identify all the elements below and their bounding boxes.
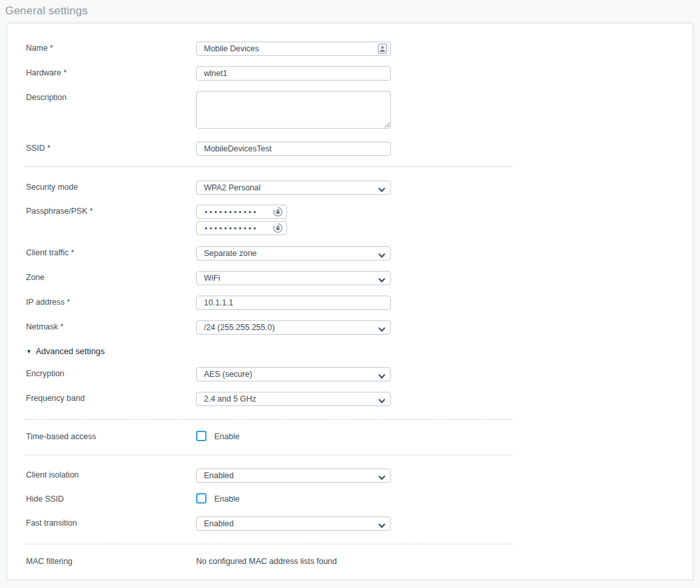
password-lock-toggle-icon[interactable] xyxy=(273,223,283,233)
hardware-input[interactable] xyxy=(196,66,391,81)
client-isolation-label: Client isolation xyxy=(26,470,79,480)
hide-ssid-checkbox[interactable] xyxy=(196,493,206,504)
chevron-down-icon xyxy=(378,371,386,379)
hide-ssid-label: Hide SSID xyxy=(26,494,64,504)
client-isolation-select[interactable]: Enabled xyxy=(196,468,391,483)
encryption-select[interactable]: AES (secure) xyxy=(196,367,391,381)
name-input-wrap xyxy=(196,42,391,56)
password-lock-toggle-icon[interactable] xyxy=(273,207,283,217)
chevron-down-icon xyxy=(378,520,386,528)
client-traffic-select[interactable]: Separate zone xyxy=(196,246,391,261)
ssid-label: SSID * xyxy=(26,144,51,153)
chevron-down-icon xyxy=(378,185,386,192)
section-separator xyxy=(25,544,512,544)
fast-transition-selected-value: Enabled xyxy=(204,519,234,528)
name-label: Name * xyxy=(26,44,53,53)
section-separator xyxy=(25,166,512,167)
hardware-label: Hardware * xyxy=(26,68,67,78)
security-mode-label: Security mode xyxy=(26,183,78,192)
name-input[interactable] xyxy=(196,42,391,56)
page-title: General settings xyxy=(5,5,88,18)
client-isolation-selected-value: Enabled xyxy=(204,471,234,480)
netmask-select[interactable]: /24 (255.255.255.0) xyxy=(196,320,391,335)
frequency-band-select[interactable]: 2.4 and 5 GHz xyxy=(196,392,391,406)
fast-transition-label: Fast transition xyxy=(26,518,77,528)
frequency-band-selected-value: 2.4 and 5 GHz xyxy=(204,394,256,403)
ip-address-input[interactable] xyxy=(196,296,391,310)
zone-label: Zone xyxy=(26,273,45,283)
collapse-triangle-icon: ▼ xyxy=(26,348,32,355)
description-label: Description xyxy=(26,93,67,103)
encryption-selected-value: AES (secure) xyxy=(204,370,252,379)
mac-filtering-label: MAC filtering xyxy=(26,557,73,567)
ip-address-label: IP address * xyxy=(26,298,70,307)
time-based-access-label: Time-based access xyxy=(26,432,96,442)
mac-filtering-status-text: No configured MAC address lists found xyxy=(196,557,337,566)
section-separator xyxy=(25,419,512,420)
passphrase-input-wrap xyxy=(196,205,287,219)
zone-select[interactable]: WiFi xyxy=(196,271,391,285)
client-traffic-selected-value: Separate zone xyxy=(204,249,256,258)
security-mode-select[interactable]: WPA2 Personal xyxy=(196,181,391,195)
netmask-selected-value: /24 (255.255.255.0) xyxy=(204,323,275,332)
zone-selected-value: WiFi xyxy=(204,274,220,283)
advanced-settings-heading: Advanced settings xyxy=(36,346,105,356)
chevron-down-icon xyxy=(378,250,386,258)
chevron-down-icon xyxy=(378,275,386,283)
chevron-down-icon xyxy=(378,324,386,332)
netmask-label: Netmask * xyxy=(26,322,64,332)
ssid-input[interactable] xyxy=(196,142,391,156)
passphrase-label: Passphrase/PSK * xyxy=(26,207,93,216)
frequency-band-label: Frequency band xyxy=(26,394,84,403)
encryption-label: Encryption xyxy=(26,369,64,379)
passphrase-confirm-input-wrap xyxy=(196,221,287,235)
description-textarea[interactable] xyxy=(196,91,391,129)
chevron-down-icon xyxy=(378,396,386,403)
section-separator xyxy=(25,455,512,455)
time-based-access-checkbox-label: Enable xyxy=(214,432,240,441)
advanced-settings-toggle[interactable]: ▼Advanced settings xyxy=(26,346,105,356)
hide-ssid-checkbox-label: Enable xyxy=(214,494,240,504)
chevron-down-icon xyxy=(378,472,386,480)
security-mode-selected-value: WPA2 Personal xyxy=(204,183,260,192)
client-traffic-label: Client traffic * xyxy=(26,248,74,258)
autofill-contact-icon[interactable] xyxy=(378,44,387,54)
general-settings-page: General settings Name * Hardware * Descr… xyxy=(0,0,700,588)
time-based-access-checkbox[interactable] xyxy=(196,431,206,441)
fast-transition-select[interactable]: Enabled xyxy=(196,517,391,531)
general-settings-panel: Name * Hardware * Description SSID * Sec… xyxy=(6,23,694,580)
